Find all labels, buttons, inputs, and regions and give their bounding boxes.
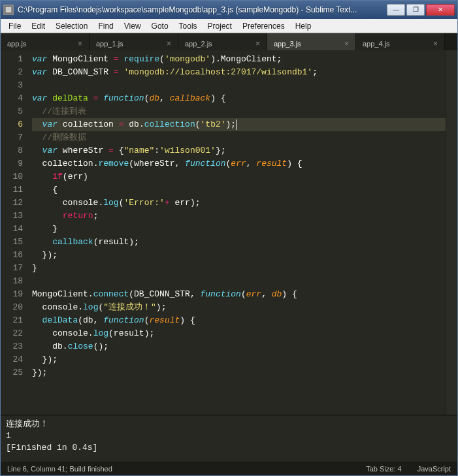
token-pl: MongoClient — [52, 54, 108, 64]
token-pl: (); — [93, 341, 108, 351]
code-line[interactable]: db.close(); — [32, 340, 446, 353]
token-kw2: = — [108, 146, 114, 155]
tab-app_3-js[interactable]: app_3.js× — [267, 33, 356, 50]
token-pl — [57, 146, 63, 155]
token-cmt: //连接到表 — [42, 106, 87, 116]
minimize-button[interactable]: — — [387, 4, 405, 16]
token-call: log — [93, 328, 108, 338]
token-kw: var — [32, 67, 47, 77]
menu-item-project[interactable]: Project — [203, 20, 237, 32]
code-line[interactable]: { — [32, 183, 446, 197]
menu-item-selection[interactable]: Selection — [50, 20, 93, 32]
line-number: 25 — [1, 366, 23, 379]
code-line[interactable]: //删除数据 — [32, 131, 446, 144]
code-line[interactable]: console.log(result); — [32, 327, 446, 340]
line-number: 24 — [1, 353, 23, 366]
token-pl: db — [83, 315, 93, 325]
code-line[interactable]: //连接到表 — [32, 105, 446, 118]
token-pl: } — [32, 263, 37, 273]
line-number: 7 — [1, 131, 23, 144]
code-line[interactable]: }); — [32, 366, 446, 379]
svg-rect-0 — [5, 7, 12, 13]
tab-label: app_2.js — [185, 40, 212, 48]
editor-area[interactable]: 1234567891011121314151617181920212223242… — [1, 50, 457, 415]
code-line[interactable]: var DB_CONN_STR = 'mongodb://localhost:2… — [32, 66, 446, 79]
token-str: "连接成功！" — [103, 302, 156, 312]
menu-item-view[interactable]: View — [119, 20, 146, 32]
token-fn: delData — [52, 93, 88, 103]
token-str: 'mongodb://localhost:27017/wilsondb1' — [123, 67, 312, 77]
tab-label: app_3.js — [274, 40, 301, 48]
token-pl: ( — [195, 119, 201, 129]
line-number: 10 — [1, 170, 23, 183]
close-icon[interactable]: × — [344, 39, 349, 48]
code-line[interactable]: if(err) — [32, 170, 446, 183]
line-number: 13 — [1, 210, 23, 223]
menu-item-help[interactable]: Help — [290, 20, 317, 32]
close-icon[interactable]: × — [78, 39, 82, 48]
tab-app_4-js[interactable]: app_4.js× — [356, 33, 445, 50]
close-icon[interactable]: × — [255, 39, 260, 48]
menu-item-find[interactable]: Find — [93, 20, 118, 32]
token-pl: ; — [93, 211, 99, 221]
close-icon[interactable]: × — [433, 39, 438, 48]
token-str: 'tb2' — [201, 119, 226, 129]
code-line[interactable]: } — [32, 262, 446, 275]
tab-app_2-js[interactable]: app_2.js× — [178, 33, 267, 50]
menu-item-file[interactable]: File — [3, 20, 26, 32]
tab-app-js[interactable]: app.js× — [1, 33, 90, 50]
code-line[interactable]: callback(result); — [32, 236, 446, 249]
window-controls: — ❐ ✕ — [385, 4, 455, 16]
code-line[interactable]: var collection = db.collection('tb2'); — [32, 118, 446, 131]
code-line[interactable]: console.log("连接成功！"); — [32, 301, 446, 314]
code-line[interactable] — [32, 275, 446, 288]
code-line[interactable]: }); — [32, 249, 446, 262]
token-pl: . — [216, 54, 221, 64]
menu-item-preferences[interactable]: Preferences — [237, 20, 290, 32]
tab-app_1-js[interactable]: app_1.js× — [90, 33, 178, 50]
code-line[interactable]: var MongoClient = require('mongodb').Mon… — [32, 53, 446, 66]
token-str: 'mongodb' — [165, 54, 210, 64]
code-line[interactable]: } — [32, 223, 446, 236]
token-kw: function — [103, 315, 144, 325]
code-line[interactable]: collection.remove(whereStr, function(err… — [32, 157, 446, 170]
menu-item-edit[interactable]: Edit — [26, 20, 50, 32]
status-syntax[interactable]: JavaScript — [417, 465, 451, 473]
status-tab-size[interactable]: Tab Size: 4 — [366, 465, 401, 473]
token-kw2: return — [63, 211, 93, 221]
token-pl: ); — [129, 237, 139, 247]
token-pl: ; — [312, 67, 318, 77]
token-pl: DB_CONN_STR — [52, 67, 108, 77]
code-area[interactable]: var MongoClient = require('mongodb').Mon… — [29, 50, 446, 415]
code-line[interactable]: var delData = function(db, callback) { — [32, 92, 446, 105]
token-param: db — [272, 289, 282, 299]
menu-item-goto[interactable]: Goto — [146, 20, 174, 32]
token-call: connect — [93, 289, 129, 299]
code-line[interactable]: MongoClient.connect(DB_CONN_STR, functio… — [32, 288, 446, 301]
token-pl — [57, 119, 63, 129]
code-line[interactable]: }); — [32, 353, 446, 366]
token-kw: function — [201, 289, 241, 299]
token-kw2: + — [165, 198, 170, 208]
token-param: result — [256, 159, 287, 168]
line-number: 14 — [1, 223, 23, 236]
token-kw: var — [32, 54, 47, 64]
code-line[interactable]: var whereStr = {"name":'wilson001'}; — [32, 144, 446, 157]
code-line[interactable]: return; — [32, 210, 446, 223]
token-param: db — [150, 93, 160, 103]
maximize-button[interactable]: ❐ — [406, 4, 425, 16]
token-pl: ) — [210, 54, 216, 64]
token-pl: ( — [144, 93, 150, 103]
token-pl: ( — [129, 289, 134, 299]
code-line[interactable]: delData(db, function(result) { — [32, 314, 446, 327]
code-line[interactable]: console.log('Error:'+ err); — [32, 197, 446, 210]
close-icon[interactable]: × — [167, 39, 171, 48]
menu-item-tools[interactable]: Tools — [174, 20, 203, 32]
line-number: 3 — [1, 79, 23, 92]
code-line[interactable] — [32, 79, 446, 92]
token-pl — [32, 328, 52, 338]
token-kw: var — [32, 93, 47, 103]
token-pl — [32, 106, 42, 116]
minimap[interactable] — [446, 50, 457, 415]
close-button[interactable]: ✕ — [426, 4, 455, 16]
